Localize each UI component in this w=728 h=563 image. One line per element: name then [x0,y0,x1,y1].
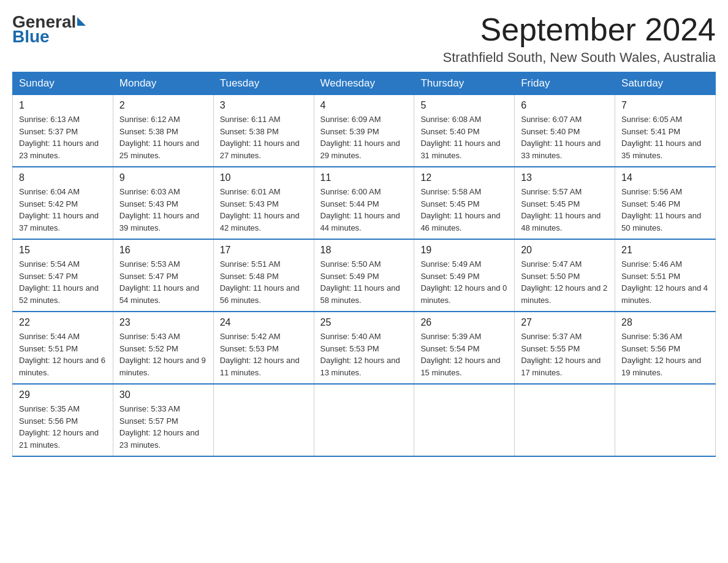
day-number: 26 [420,317,508,328]
calendar-cell: 3Sunrise: 6:11 AMSunset: 5:38 PMDaylight… [213,95,314,167]
calendar-cell: 28Sunrise: 5:36 AMSunset: 5:56 PMDayligh… [615,312,716,384]
day-info: Sunrise: 5:36 AMSunset: 5:56 PMDaylight:… [621,331,709,378]
day-number: 12 [420,172,508,183]
day-number: 18 [320,245,408,256]
title-block: September 2024 Strathfield South, New So… [442,12,716,66]
day-number: 14 [621,172,709,183]
calendar-cell: 26Sunrise: 5:39 AMSunset: 5:54 PMDayligh… [414,312,515,384]
calendar-cell [213,384,314,456]
day-number: 13 [521,172,609,183]
calendar-cell: 14Sunrise: 5:56 AMSunset: 5:46 PMDayligh… [615,167,716,239]
day-info: Sunrise: 5:54 AMSunset: 5:47 PMDaylight:… [19,258,107,306]
calendar-cell: 12Sunrise: 5:58 AMSunset: 5:45 PMDayligh… [414,167,515,239]
week-row-2: 8Sunrise: 6:04 AMSunset: 5:42 PMDaylight… [13,167,716,239]
calendar-cell: 16Sunrise: 5:53 AMSunset: 5:47 PMDayligh… [113,239,213,312]
calendar-cell: 8Sunrise: 6:04 AMSunset: 5:42 PMDaylight… [13,167,113,239]
day-number: 21 [621,245,709,256]
calendar-cell: 17Sunrise: 5:51 AMSunset: 5:48 PMDayligh… [213,239,314,312]
day-info: Sunrise: 6:03 AMSunset: 5:43 PMDaylight:… [119,186,207,234]
day-number: 24 [220,317,308,328]
day-info: Sunrise: 5:42 AMSunset: 5:53 PMDaylight:… [220,331,308,378]
day-number: 11 [320,172,408,183]
column-header-sunday: Sunday [13,72,113,95]
calendar-cell: 7Sunrise: 6:05 AMSunset: 5:41 PMDaylight… [615,95,716,167]
day-number: 3 [220,100,308,111]
calendar-cell: 21Sunrise: 5:46 AMSunset: 5:51 PMDayligh… [615,239,716,312]
day-info: Sunrise: 5:33 AMSunset: 5:57 PMDaylight:… [119,403,207,451]
day-number: 20 [521,245,609,256]
calendar-cell: 6Sunrise: 6:07 AMSunset: 5:40 PMDaylight… [515,95,615,167]
day-info: Sunrise: 5:37 AMSunset: 5:55 PMDaylight:… [521,331,609,378]
calendar-cell: 22Sunrise: 5:44 AMSunset: 5:51 PMDayligh… [13,312,113,384]
day-info: Sunrise: 5:51 AMSunset: 5:48 PMDaylight:… [220,258,308,306]
day-info: Sunrise: 5:39 AMSunset: 5:54 PMDaylight:… [420,331,508,378]
day-info: Sunrise: 6:07 AMSunset: 5:40 PMDaylight:… [521,113,609,161]
calendar-cell [314,384,414,456]
calendar-cell: 20Sunrise: 5:47 AMSunset: 5:50 PMDayligh… [515,239,615,312]
day-info: Sunrise: 5:35 AMSunset: 5:56 PMDaylight:… [19,403,107,451]
calendar-cell: 2Sunrise: 6:12 AMSunset: 5:38 PMDaylight… [113,95,213,167]
day-info: Sunrise: 5:56 AMSunset: 5:46 PMDaylight:… [621,186,709,234]
day-number: 15 [19,245,107,256]
day-number: 4 [320,100,408,111]
day-number: 27 [521,317,609,328]
day-number: 19 [420,245,508,256]
logo-triangle-icon [77,17,86,26]
calendar-cell: 15Sunrise: 5:54 AMSunset: 5:47 PMDayligh… [13,239,113,312]
column-header-thursday: Thursday [414,72,515,95]
day-number: 28 [621,317,709,328]
day-info: Sunrise: 6:11 AMSunset: 5:38 PMDaylight:… [220,113,308,161]
calendar-cell: 29Sunrise: 5:35 AMSunset: 5:56 PMDayligh… [13,384,113,456]
day-number: 2 [119,100,207,111]
calendar-cell: 13Sunrise: 5:57 AMSunset: 5:45 PMDayligh… [515,167,615,239]
calendar-cell [615,384,716,456]
day-number: 16 [119,245,207,256]
calendar-cell: 27Sunrise: 5:37 AMSunset: 5:55 PMDayligh… [515,312,615,384]
day-number: 10 [220,172,308,183]
day-number: 8 [19,172,107,183]
calendar-cell: 10Sunrise: 6:01 AMSunset: 5:43 PMDayligh… [213,167,314,239]
day-number: 9 [119,172,207,183]
day-number: 25 [320,317,408,328]
calendar-cell: 24Sunrise: 5:42 AMSunset: 5:53 PMDayligh… [213,312,314,384]
day-number: 17 [220,245,308,256]
day-number: 5 [420,100,508,111]
column-header-wednesday: Wednesday [314,72,414,95]
day-info: Sunrise: 5:53 AMSunset: 5:47 PMDaylight:… [119,258,207,306]
calendar-cell: 9Sunrise: 6:03 AMSunset: 5:43 PMDaylight… [113,167,213,239]
day-number: 23 [119,317,207,328]
day-info: Sunrise: 6:00 AMSunset: 5:44 PMDaylight:… [320,186,408,234]
calendar-cell: 25Sunrise: 5:40 AMSunset: 5:53 PMDayligh… [314,312,414,384]
day-info: Sunrise: 6:12 AMSunset: 5:38 PMDaylight:… [119,113,207,161]
day-info: Sunrise: 6:09 AMSunset: 5:39 PMDaylight:… [320,113,408,161]
day-number: 29 [19,389,107,400]
calendar-cell: 30Sunrise: 5:33 AMSunset: 5:57 PMDayligh… [113,384,213,456]
day-info: Sunrise: 6:08 AMSunset: 5:40 PMDaylight:… [420,113,508,161]
calendar-cell: 19Sunrise: 5:49 AMSunset: 5:49 PMDayligh… [414,239,515,312]
week-row-1: 1Sunrise: 6:13 AMSunset: 5:37 PMDaylight… [13,95,716,167]
calendar-cell: 5Sunrise: 6:08 AMSunset: 5:40 PMDaylight… [414,95,515,167]
week-row-4: 22Sunrise: 5:44 AMSunset: 5:51 PMDayligh… [13,312,716,384]
calendar-cell: 11Sunrise: 6:00 AMSunset: 5:44 PMDayligh… [314,167,414,239]
day-info: Sunrise: 5:57 AMSunset: 5:45 PMDaylight:… [521,186,609,234]
calendar-cell [515,384,615,456]
day-number: 22 [19,317,107,328]
logo: General Blue [12,12,86,47]
page-header: General Blue September 2024 Strathfield … [12,12,716,66]
logo-blue: Blue [12,27,50,47]
day-info: Sunrise: 6:13 AMSunset: 5:37 PMDaylight:… [19,113,107,161]
day-number: 6 [521,100,609,111]
calendar-cell [414,384,515,456]
calendar-cell: 18Sunrise: 5:50 AMSunset: 5:49 PMDayligh… [314,239,414,312]
calendar-cell: 4Sunrise: 6:09 AMSunset: 5:39 PMDaylight… [314,95,414,167]
location-subtitle: Strathfield South, New South Wales, Aust… [442,50,716,66]
day-info: Sunrise: 5:58 AMSunset: 5:45 PMDaylight:… [420,186,508,234]
day-number: 30 [119,389,207,400]
day-info: Sunrise: 5:49 AMSunset: 5:49 PMDaylight:… [420,258,508,306]
day-info: Sunrise: 6:04 AMSunset: 5:42 PMDaylight:… [19,186,107,234]
column-header-saturday: Saturday [615,72,716,95]
month-year-title: September 2024 [442,12,716,47]
week-row-3: 15Sunrise: 5:54 AMSunset: 5:47 PMDayligh… [13,239,716,312]
calendar-header-row: SundayMondayTuesdayWednesdayThursdayFrid… [13,72,716,95]
column-header-monday: Monday [113,72,213,95]
